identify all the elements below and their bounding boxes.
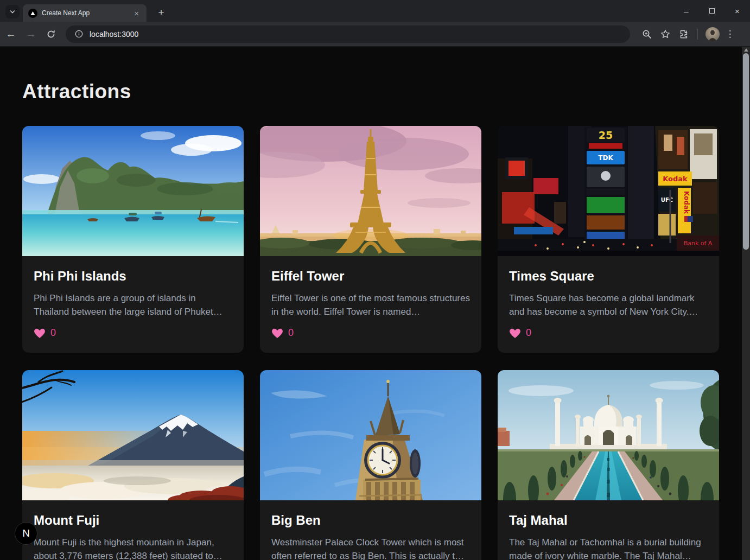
attraction-card-phi-phi-islands[interactable]: Phi Phi Islands Phi Phi Islands are a gr… — [22, 126, 244, 353]
attraction-title: Big Ben — [271, 513, 470, 528]
phi-phi-islands-photo — [22, 126, 244, 256]
attraction-card-big-ben[interactable]: Big Ben Westminster Palace Clock Tower w… — [260, 370, 481, 560]
close-window-button[interactable]: × — [724, 0, 750, 22]
times-square-photo: 25 TDK — [498, 126, 719, 256]
svg-text:UFC: UFC — [661, 197, 673, 203]
minimize-button[interactable]: – — [673, 0, 699, 22]
like-button[interactable]: 0 — [34, 327, 232, 339]
like-count: 0 — [288, 327, 294, 339]
attraction-card-taj-mahal[interactable]: Taj Mahal The Taj Mahal or Tachomhal is … — [498, 370, 719, 560]
attraction-card-times-square[interactable]: 25 TDK — [498, 126, 719, 353]
extensions-button[interactable] — [676, 26, 692, 42]
tab-title: Create Next App — [42, 9, 132, 17]
browser-toolbar: ← → localhost:3000 ⋮ — [0, 22, 750, 47]
profile-avatar[interactable] — [705, 27, 720, 41]
attraction-title: Eiffel Tower — [271, 269, 470, 284]
attraction-description: Westminster Palace Clock Tower which is … — [271, 536, 470, 560]
attractions-grid: Phi Phi Islands Phi Phi Islands are a gr… — [22, 126, 742, 560]
attraction-card-mount-fuji[interactable]: Mount Fuji Mount Fuji is the highest mou… — [22, 370, 244, 560]
toolbar-divider — [697, 29, 698, 40]
page-title: Attractions — [22, 80, 742, 103]
scrollbar-up-arrow-icon[interactable] — [744, 48, 748, 52]
forward-button: → — [22, 25, 40, 43]
attraction-title: Taj Mahal — [509, 513, 708, 528]
maximize-button[interactable] — [699, 0, 724, 22]
attraction-title: Times Square — [509, 269, 708, 284]
like-button[interactable]: 0 — [271, 327, 470, 339]
svg-text:Kodak: Kodak — [683, 191, 690, 214]
star-icon — [660, 29, 670, 39]
reload-icon — [46, 29, 56, 39]
maximize-icon — [709, 8, 715, 14]
taj-mahal-photo — [498, 370, 719, 500]
like-count: 0 — [50, 327, 56, 339]
nextjs-favicon-icon — [28, 9, 37, 18]
window-controls: – × — [673, 0, 750, 22]
nextjs-devtools-button[interactable]: N — [15, 522, 37, 545]
attraction-description: Mount Fuji is the highest mountain in Ja… — [34, 536, 232, 560]
tab-strip: Create Next App × + – × — [0, 0, 750, 22]
attraction-card-eiffel-tower[interactable]: Eiffel Tower Eiffel Tower is one of the … — [260, 126, 481, 353]
heart-icon — [34, 328, 46, 339]
like-count: 0 — [526, 327, 531, 339]
attraction-description: The Taj Mahal or Tachomhal is a burial b… — [509, 536, 708, 560]
like-button[interactable]: 0 — [509, 327, 708, 339]
chevron-down-icon — [10, 9, 15, 15]
back-button[interactable]: ← — [2, 25, 20, 43]
magnifier-icon — [642, 29, 652, 39]
browser-menu-button[interactable]: ⋮ — [723, 28, 737, 40]
attraction-description: Times Square has become a global landmar… — [509, 291, 708, 319]
attraction-title: Phi Phi Islands — [34, 269, 232, 284]
page-viewport: Attractions — [0, 47, 742, 560]
browser-tab[interactable]: Create Next App × — [23, 4, 147, 22]
puzzle-icon — [679, 29, 689, 39]
mount-fuji-photo — [22, 370, 244, 500]
url-text: localhost:3000 — [90, 30, 138, 39]
scrollbar-thumb[interactable] — [743, 53, 749, 250]
site-info-icon[interactable] — [72, 28, 85, 41]
heart-icon — [271, 328, 283, 339]
svg-text:25: 25 — [599, 129, 613, 141]
attraction-title: Mount Fuji — [34, 513, 232, 528]
bookmark-button[interactable] — [657, 26, 673, 42]
eiffel-tower-photo — [260, 126, 481, 256]
svg-text:TDK: TDK — [598, 154, 613, 162]
address-bar[interactable]: localhost:3000 — [66, 26, 630, 43]
reload-button[interactable] — [42, 25, 60, 43]
big-ben-photo — [260, 370, 481, 500]
heart-icon — [509, 328, 521, 339]
attraction-description: Eiffel Tower is one of the most famous s… — [271, 291, 470, 319]
toolbar-right: ⋮ — [638, 26, 737, 42]
tab-close-icon[interactable]: × — [132, 8, 141, 18]
attraction-description: Phi Phi Islands are a group of islands i… — [34, 291, 232, 319]
svg-text:Bank of A: Bank of A — [684, 240, 713, 247]
tab-search-button[interactable] — [5, 5, 20, 18]
new-tab-button[interactable]: + — [153, 4, 169, 21]
svg-text:Kodak: Kodak — [663, 175, 688, 183]
zoom-button[interactable] — [639, 26, 655, 42]
page-scrollbar[interactable] — [742, 47, 750, 560]
